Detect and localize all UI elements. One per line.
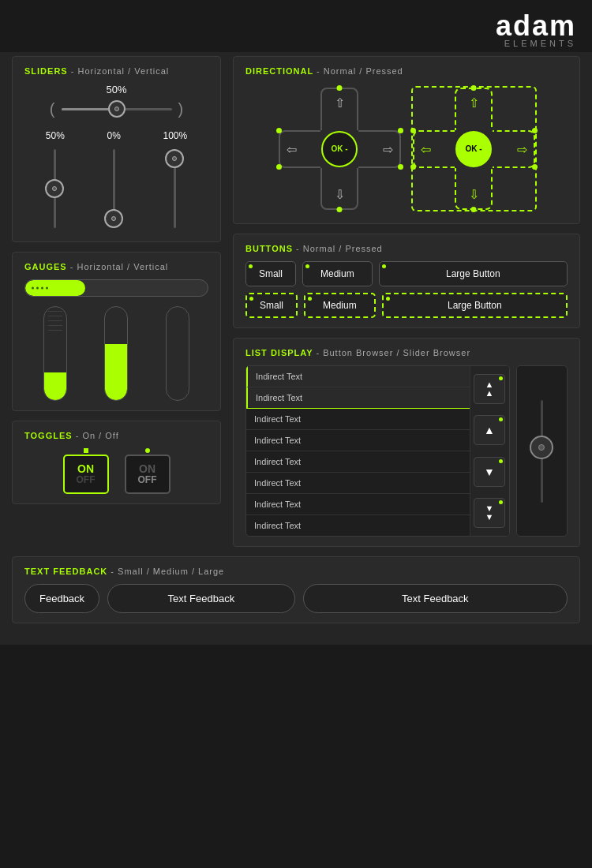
dpad-left-pressed[interactable]: ⇦ — [421, 141, 431, 156]
toggles-section: TOGGLES - On / Off ON OFF — [12, 421, 221, 504]
list-item-7[interactable]: Indirect Text — [246, 494, 470, 515]
slider-browser[interactable] — [516, 365, 568, 537]
bracket-left: ( — [50, 100, 55, 118]
dpad-down-pressed[interactable]: ⇩ — [469, 187, 479, 202]
logo-name: adam — [496, 9, 576, 42]
directional-section: DIRECTIONAL - Normal / Pressed — [233, 56, 580, 224]
list-display-label: LIST DISPLAY - Button Browser / Slider B… — [245, 348, 568, 357]
feedback-medium-btn[interactable]: Text Feedback — [107, 584, 295, 613]
horiz-gauge — [24, 279, 208, 297]
vert-slider-50: 50% — [46, 130, 65, 232]
btn-large-pressed[interactable]: Large Button — [382, 293, 568, 318]
gauges-section: GAUGES - Horizontal / Vertical — [12, 252, 221, 411]
text-feedback-section: TEXT FEEDBACK - Small / Medium / Large F… — [12, 556, 580, 623]
dpad-normal[interactable]: OK - ⇧ ⇩ ⇦ ⇨ — [279, 88, 401, 210]
vert-sliders-row: 50% 0% — [24, 130, 208, 232]
left-column: SLIDERS - Horizontal / Vertical 50% ( — [12, 56, 221, 556]
vert-gauges — [24, 306, 208, 401]
vert-slider-100: 100% — [163, 130, 187, 232]
list-display-section: LIST DISPLAY - Button Browser / Slider B… — [233, 338, 580, 547]
list-item-8[interactable]: Indirect Text — [246, 515, 470, 536]
list-controls: ▲ ▲ ▲ — [470, 366, 509, 536]
feedback-large-btn[interactable]: Text Feedback — [303, 584, 568, 613]
dpad-up-arrow[interactable]: ⇧ — [335, 95, 345, 110]
list-item-6[interactable]: Indirect Text — [246, 473, 470, 494]
toggle-off[interactable]: ON OFF — [125, 448, 170, 494]
sliders-label: SLIDERS - Horizontal / Vertical — [24, 66, 208, 76]
dpad-pressed[interactable]: OK - ⇧ ⇩ ⇦ ⇨ — [413, 88, 535, 210]
buttons-normal-row: Small Medium Large Button — [245, 261, 568, 286]
list-panel: Indirect Text Indirect Text Indirect Tex… — [245, 365, 510, 537]
horiz-slider-value: 50% — [106, 84, 126, 95]
sliders-sub: - Horizontal / Vertical — [71, 66, 170, 76]
toggles-label: TOGGLES - On / Off — [24, 431, 208, 440]
sliders-section: SLIDERS - Horizontal / Vertical 50% ( — [12, 56, 221, 242]
buttons-label: BUTTONS - Normal / Pressed — [245, 244, 568, 253]
feedback-small-btn[interactable]: Feedback — [24, 584, 99, 613]
two-col-layout: SLIDERS - Horizontal / Vertical 50% ( — [12, 56, 580, 556]
btn-medium-pressed[interactable]: Medium — [304, 293, 376, 318]
gauges-label: GAUGES - Horizontal / Vertical — [24, 262, 208, 271]
list-ctrl-down[interactable]: ▼ — [474, 457, 505, 487]
buttons-pressed-row: Small Medium Large Button — [245, 293, 568, 318]
dpad-right-pressed[interactable]: ⇨ — [517, 141, 527, 156]
bracket-right: ) — [178, 100, 184, 118]
horiz-slider[interactable]: ( ) — [50, 99, 183, 118]
list-item-5[interactable]: Indirect Text — [246, 451, 470, 473]
header: adam ELEMENTS — [0, 0, 592, 52]
sliders-accent: SLIDERS — [24, 66, 68, 76]
list-ctrl-top[interactable]: ▲ ▲ — [474, 374, 505, 404]
logo-container: adam ELEMENTS — [496, 12, 576, 48]
btn-medium-normal[interactable]: Medium — [302, 261, 373, 286]
feedback-row: Feedback Text Feedback Text Feedback — [24, 584, 568, 613]
vert-slider-0: 0% — [107, 130, 120, 232]
toggle-off-text-inside: OFF — [77, 475, 96, 485]
list-display-inner: Indirect Text Indirect Text Indirect Tex… — [245, 365, 568, 537]
vert-val-100: 100% — [163, 130, 187, 141]
dpad-down-arrow[interactable]: ⇩ — [335, 187, 345, 202]
btn-small-normal[interactable]: Small — [245, 261, 296, 286]
list-items: Indirect Text Indirect Text Indirect Tex… — [246, 366, 470, 536]
btn-small-pressed[interactable]: Small — [245, 293, 298, 318]
dpad-ok-pressed[interactable]: OK - — [455, 131, 492, 167]
list-item-2[interactable]: Indirect Text — [246, 387, 470, 409]
dpad-ok-normal[interactable]: OK - — [321, 131, 358, 167]
dpad-left-arrow[interactable]: ⇦ — [287, 141, 297, 156]
toggle-row: ON OFF ON OFF — [24, 448, 208, 494]
vert-gauge-1 — [43, 306, 67, 401]
list-ctrl-bottom[interactable]: ▼ ▼ — [474, 498, 505, 528]
logo-subtitle: ELEMENTS — [496, 39, 576, 48]
toggle-off-text-off: OFF — [138, 475, 157, 485]
directional-label: DIRECTIONAL - Normal / Pressed — [245, 66, 568, 76]
buttons-section: BUTTONS - Normal / Pressed Small Medium — [233, 234, 580, 328]
right-column: DIRECTIONAL - Normal / Pressed — [233, 56, 580, 556]
vert-val-0: 0% — [107, 130, 120, 141]
dpad-row: OK - ⇧ ⇩ ⇦ ⇨ — [245, 84, 568, 214]
list-item-1[interactable]: Indirect Text — [246, 366, 470, 387]
toggle-on-text-off: ON — [139, 463, 155, 475]
toggle-on-text: ON — [77, 463, 94, 475]
feedback-label: TEXT FEEDBACK - Small / Medium / Large — [24, 567, 568, 576]
vert-val-50: 50% — [46, 130, 65, 141]
list-ctrl-up[interactable]: ▲ — [474, 415, 505, 445]
list-item-4[interactable]: Indirect Text — [246, 430, 470, 451]
horiz-slider-container: 50% ( ) — [24, 84, 208, 118]
btn-large-normal[interactable]: Large Button — [379, 261, 568, 286]
page-wrapper: adam ELEMENTS SLIDERS - Horizontal / Ver… — [0, 0, 592, 645]
dpad-up-pressed[interactable]: ⇧ — [469, 95, 479, 110]
dpad-right-arrow[interactable]: ⇨ — [383, 141, 393, 156]
list-item-3[interactable]: Indirect Text — [246, 409, 470, 430]
logo-text: adam — [496, 12, 576, 40]
vert-gauge-3 — [166, 306, 189, 401]
vert-gauge-2 — [104, 306, 128, 401]
toggle-on[interactable]: ON OFF — [63, 448, 109, 494]
